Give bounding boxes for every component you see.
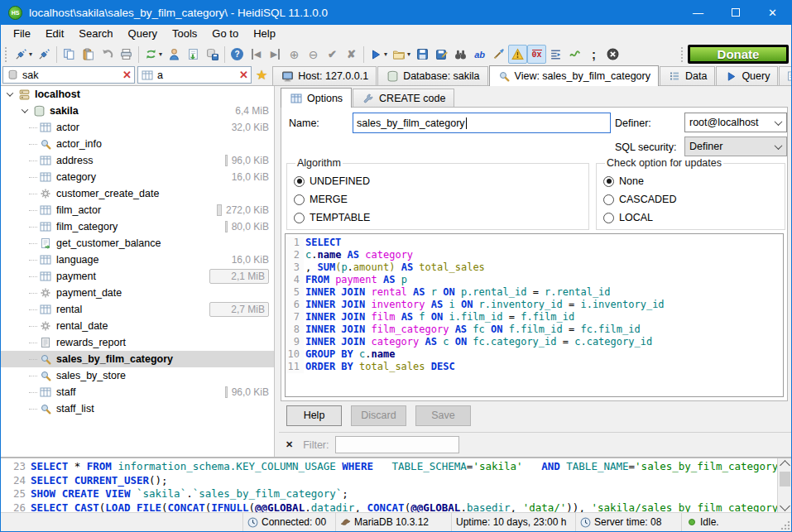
scroll-up-icon[interactable] xyxy=(780,460,790,471)
replace-text-button[interactable]: ab xyxy=(470,45,489,64)
tree-item-sakila[interactable]: sakila6,4 MiB xyxy=(1,103,274,119)
last-record-button[interactable]: ▶ xyxy=(266,45,285,64)
tree-item-localhost[interactable]: localhost xyxy=(1,86,274,103)
minimize-button[interactable]: — xyxy=(679,0,717,25)
maximize-button[interactable] xyxy=(717,0,754,25)
log-scrollbar[interactable] xyxy=(777,458,791,513)
subtab-options[interactable]: Options xyxy=(281,88,352,108)
table-filter-value[interactable]: a xyxy=(154,69,239,81)
radio-icon[interactable] xyxy=(603,194,614,205)
tree-item-payment-date[interactable]: payment_date xyxy=(1,285,274,301)
session-manager-button[interactable]: ▾ xyxy=(12,45,35,64)
tab-database-sakila[interactable]: Database: sakila xyxy=(377,66,487,85)
view-select-code-editor[interactable]: 1SELECT2c.name AS category3, SUM(p.amoun… xyxy=(285,233,784,397)
save-button[interactable]: Save xyxy=(415,405,471,426)
radio-icon[interactable] xyxy=(294,213,305,223)
definer-combobox[interactable]: root@localhost xyxy=(684,113,787,132)
algorithm-radio-temptable[interactable]: TEMPTABLE xyxy=(294,208,582,227)
hex-view-button[interactable]: 0x xyxy=(527,45,546,64)
disconnect-button[interactable] xyxy=(35,45,54,64)
dropdown-arrow-icon[interactable]: ▾ xyxy=(407,50,410,58)
scroll-thumb[interactable] xyxy=(780,472,790,486)
delimiter-button[interactable]: ; xyxy=(584,45,603,64)
favorites-star-icon[interactable]: ★ xyxy=(256,67,267,83)
print-button[interactable] xyxy=(117,45,136,64)
first-record-button[interactable]: ◀ xyxy=(247,45,266,64)
name-input[interactable]: sales_by_film_category xyxy=(353,113,611,133)
check-option-radio-local[interactable]: LOCAL xyxy=(603,208,778,227)
table-filter[interactable]: a ✕ xyxy=(137,66,252,84)
tree-item-rental-date[interactable]: rental_date xyxy=(1,318,274,334)
tab-host-127-0-0-1[interactable]: Host: 127.0.0.1 xyxy=(272,66,377,85)
database-filter-value[interactable]: sak xyxy=(19,69,122,81)
radio-icon[interactable] xyxy=(294,194,305,205)
dropdown-arrow-icon[interactable]: ▾ xyxy=(384,50,387,58)
tree-item-rewards-report[interactable]: rewards_report xyxy=(1,334,274,351)
stop-on-errors-button[interactable] xyxy=(508,45,527,64)
delete-row-button[interactable]: ⊖ xyxy=(304,45,323,64)
tab-new-query[interactable] xyxy=(779,66,792,85)
menu-item-edit[interactable]: Edit xyxy=(38,26,71,41)
post-changes-button[interactable]: ✔ xyxy=(323,45,342,64)
menu-item-search[interactable]: Search xyxy=(71,26,120,41)
donate-button[interactable]: Donate xyxy=(688,45,789,64)
tab-view-sales-by-film-category[interactable]: View: sales_by_film_category xyxy=(489,65,659,86)
dropdown-arrow-icon[interactable]: ▾ xyxy=(29,50,32,58)
radio-icon[interactable] xyxy=(294,176,305,187)
user-manager-button[interactable] xyxy=(165,45,184,64)
check-option-radio-cascaded[interactable]: CASCADED xyxy=(603,190,778,208)
chevron-expanded-icon[interactable] xyxy=(7,89,13,96)
close-button[interactable]: ✕ xyxy=(754,0,791,25)
discard-button[interactable]: Discard xyxy=(351,405,406,426)
tree-item-payment[interactable]: payment2,1 MiB xyxy=(1,268,274,285)
tree-item-staff-list[interactable]: staff_list xyxy=(1,400,274,417)
tree-item-actor-info[interactable]: actor_info xyxy=(1,136,274,152)
chevron-expanded-icon[interactable] xyxy=(22,106,28,113)
help-button[interactable]: ? xyxy=(228,45,247,64)
resize-grip[interactable] xyxy=(780,520,790,530)
format-code-button[interactable] xyxy=(489,45,508,64)
run-query-button[interactable]: ▾ xyxy=(367,45,390,64)
cancel-query-button[interactable] xyxy=(603,45,622,64)
clear-table-filter-icon[interactable]: ✕ xyxy=(239,69,248,81)
menu-item-query[interactable]: Query xyxy=(121,26,165,41)
tree-item-rental[interactable]: rental2,7 MiB xyxy=(1,301,274,318)
close-filter-icon[interactable]: ✕ xyxy=(286,439,293,450)
refresh-button[interactable]: ▾ xyxy=(142,45,165,64)
algorithm-radio-merge[interactable]: MERGE xyxy=(294,190,582,208)
tree-item-sales-by-store[interactable]: sales_by_store xyxy=(1,367,274,384)
clear-database-filter-icon[interactable]: ✕ xyxy=(122,69,132,81)
menu-item-go-to[interactable]: Go to xyxy=(204,26,246,41)
check-option-radio-none[interactable]: None xyxy=(603,172,778,190)
tree-item-category[interactable]: category16,0 KiB xyxy=(1,169,274,185)
menu-item-help[interactable]: Help xyxy=(246,26,283,41)
filter-input[interactable] xyxy=(335,436,459,453)
find-text-button[interactable] xyxy=(451,45,470,64)
dropdown-arrow-icon[interactable]: ▾ xyxy=(159,50,162,58)
copy-button[interactable] xyxy=(60,45,79,64)
tree-item-film-category[interactable]: film_category80,0 KiB xyxy=(1,218,274,235)
paste-button[interactable] xyxy=(79,45,98,64)
export-tables-button[interactable] xyxy=(184,45,203,64)
save-sql-button[interactable] xyxy=(413,45,432,64)
save-data-button[interactable] xyxy=(203,45,222,64)
tab-query[interactable]: Query xyxy=(716,66,778,85)
bind-parameters-button[interactable] xyxy=(565,45,584,64)
algorithm-radio-undefined[interactable]: UNDEFINED xyxy=(294,172,582,190)
sql-security-combobox[interactable]: Definer xyxy=(684,137,787,156)
tree-item-language[interactable]: language16,0 KiB xyxy=(1,252,274,268)
single-query-step-button[interactable] xyxy=(546,45,565,64)
toolbar-grip[interactable] xyxy=(681,47,685,62)
menu-item-tools[interactable]: Tools xyxy=(165,26,204,41)
tree-item-sales-by-film-category[interactable]: sales_by_film_category xyxy=(1,351,274,367)
subtab-create-code[interactable]: CREATE code xyxy=(353,89,454,107)
tree-item-actor[interactable]: actor32,0 KiB xyxy=(1,119,274,136)
tree-item-film-actor[interactable]: film_actor272,0 KiB xyxy=(1,202,274,218)
radio-icon[interactable] xyxy=(603,213,614,223)
tree-item-staff[interactable]: staff96,0 KiB xyxy=(1,384,274,400)
toolbar-grip[interactable] xyxy=(5,47,9,62)
tree-item-get-customer-balance[interactable]: get_customer_balance xyxy=(1,235,274,252)
help-button[interactable]: Help xyxy=(286,405,342,426)
tab-data[interactable]: Data xyxy=(660,66,715,85)
scroll-down-icon[interactable] xyxy=(780,501,790,511)
